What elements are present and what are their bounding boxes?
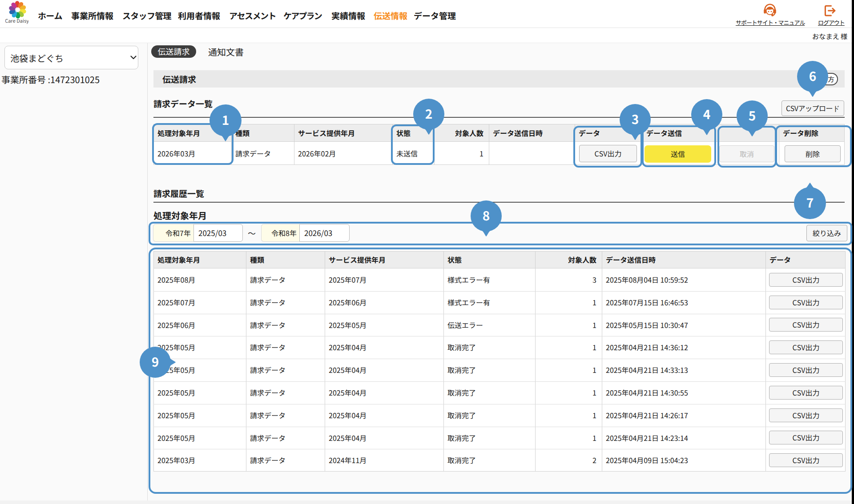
svg-text:2: 2 — [425, 104, 433, 122]
svg-text:7: 7 — [806, 193, 814, 211]
svg-text:9: 9 — [152, 352, 159, 370]
svg-text:5: 5 — [749, 106, 756, 124]
svg-text:1: 1 — [222, 111, 230, 128]
svg-text:8: 8 — [483, 206, 490, 224]
svg-text:6: 6 — [809, 67, 817, 84]
svg-text:3: 3 — [632, 110, 639, 128]
svg-text:4: 4 — [703, 105, 711, 123]
